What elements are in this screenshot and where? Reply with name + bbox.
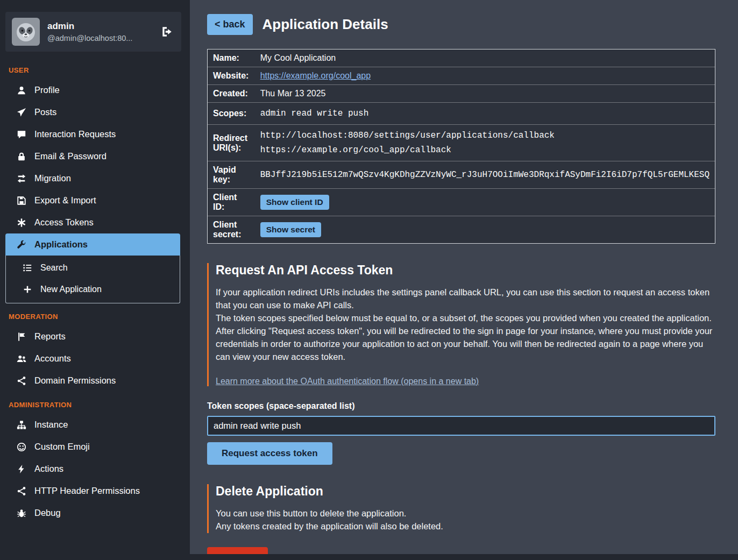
token-scopes-label: Token scopes (space-separated list) (207, 401, 715, 411)
delete-button[interactable]: Delete (207, 547, 268, 554)
sidebar-item-access-tokens[interactable]: Access Tokens (5, 211, 180, 233)
sidebar-item-label: Interaction Requests (34, 129, 116, 139)
sidebar-item-label: Domain Permissions (34, 375, 116, 386)
delete-application-section: Delete Application You can use this butt… (207, 484, 715, 533)
oauth-docs-link[interactable]: Learn more about the OAuth authenticatio… (216, 377, 479, 386)
sidebar-item-applications[interactable]: Applications (5, 233, 180, 256)
page-title: Application Details (262, 16, 388, 33)
sidebar-item-label: Search (40, 263, 68, 273)
sidebar-item-search[interactable]: Search (6, 257, 180, 279)
request-token-paragraph: The token scopes specified below must be… (216, 312, 715, 325)
smiley-icon (16, 442, 27, 452)
sidebar-item-label: Actions (34, 464, 63, 474)
row-label: Redirect URI(s): (208, 124, 255, 161)
sidebar-item-new-application[interactable]: New Application (6, 279, 180, 300)
sidebar-item-domain-permissions[interactable]: Domain Permissions (5, 370, 180, 392)
row-label: Client secret: (208, 216, 255, 243)
sidebar-item-interaction-requests[interactable]: Interaction Requests (5, 123, 180, 145)
sidebar: admin @admin@localhost:80... USERProfile… (0, 0, 186, 560)
sidebar-item-label: HTTP Header Permissions (34, 486, 140, 496)
scopes-value: admin read write push (255, 102, 715, 124)
sidebar-item-debug[interactable]: Debug (5, 502, 180, 524)
table-row-website: Website: https://example.org/cool_app (208, 67, 715, 84)
sidebar-item-label: New Application (40, 285, 102, 294)
row-label: Scopes: (208, 102, 255, 124)
vapid-key-value: BBJffJ219b5iE512m7wQSzv4KgKDhgZZVzNyWC_r… (255, 161, 715, 188)
redirect-uri-2: https://example.org/cool_app/callback (260, 143, 709, 157)
show-client-id-button[interactable]: Show client ID (260, 195, 329, 210)
sidebar-item-label: Debug (34, 508, 61, 518)
sidebar-nav: USERProfilePostsInteraction RequestsEmai… (0, 55, 186, 529)
bolt-icon (16, 464, 27, 474)
user-handle: @admin@localhost:80... (47, 34, 151, 42)
redirect-uri-1: http://localhost:8080/settings/user/appl… (260, 129, 709, 143)
sidebar-item-email-password[interactable]: Email & Password (5, 145, 180, 167)
asterisk-icon (16, 218, 27, 228)
sidebar-group-applications: ApplicationsSearchNew Application (5, 233, 180, 303)
nav-section-header: ADMINISTRATION (5, 392, 180, 414)
flag-icon (16, 332, 27, 342)
row-label: Website: (208, 67, 255, 84)
tools-icon (16, 240, 27, 250)
main-content: < back Application Details Name: My Cool… (190, 0, 738, 554)
request-token-section: Request An API Access Token If your appl… (207, 263, 715, 386)
request-button-row: Request access token (207, 436, 715, 465)
page-header: < back Application Details (207, 14, 715, 35)
table-row-redirect-uris: Redirect URI(s): http://localhost:8080/s… (208, 124, 715, 161)
row-label: Name: (208, 49, 255, 67)
user-card[interactable]: admin @admin@localhost:80... (5, 12, 181, 52)
floppy-disk-icon (16, 196, 27, 205)
sidebar-item-label: Posts (34, 107, 56, 117)
plus-icon (22, 285, 33, 294)
transfer-arrows-icon (16, 174, 27, 183)
request-token-paragraph: If your application redirect URIs includ… (216, 286, 715, 312)
user-card-text: admin @admin@localhost:80... (47, 21, 151, 42)
sidebar-item-migration[interactable]: Migration (5, 167, 180, 189)
sitemap-icon (16, 420, 27, 430)
row-label: Vapid key: (208, 161, 255, 188)
table-row-vapid-key: Vapid key: BBJffJ219b5iE512m7wQSzv4KgKDh… (208, 161, 715, 188)
user-icon (16, 86, 27, 95)
nav-section-header: USER (5, 57, 180, 79)
paper-plane-icon (16, 108, 27, 117)
sidebar-item-actions[interactable]: Actions (5, 458, 180, 480)
sidebar-item-label: Instance (34, 420, 68, 430)
application-name-value: My Cool Application (255, 49, 715, 67)
sidebar-item-label: Profile (34, 85, 60, 95)
delete-application-text: Any tokens created by the application wi… (216, 520, 715, 533)
sidebar-item-instance[interactable]: Instance (5, 414, 180, 436)
sidebar-item-label: Reports (34, 331, 66, 342)
sidebar-item-http-header-permissions[interactable]: HTTP Header Permissions (5, 480, 180, 502)
table-row-client-secret: Client secret: Show secret (208, 216, 715, 243)
token-scopes-input[interactable] (207, 416, 715, 436)
table-row-scopes: Scopes: admin read write push (208, 102, 715, 124)
sidebar-item-posts[interactable]: Posts (5, 101, 180, 123)
sidebar-item-custom-emoji[interactable]: Custom Emoji (5, 436, 180, 458)
sidebar-item-label: Accounts (34, 353, 71, 364)
logout-icon[interactable] (159, 25, 175, 39)
table-row-client-id: Client ID: Show client ID (208, 188, 715, 216)
request-token-heading: Request An API Access Token (216, 263, 715, 278)
sidebar-item-label: Custom Emoji (34, 442, 90, 452)
back-button[interactable]: < back (207, 14, 253, 35)
share-nodes-icon (16, 376, 27, 386)
request-access-token-button[interactable]: Request access token (207, 442, 332, 465)
row-label: Client ID: (208, 188, 255, 216)
sidebar-item-label: Email & Password (34, 151, 107, 161)
sidebar-item-accounts[interactable]: Accounts (5, 348, 180, 370)
comment-icon (16, 130, 27, 139)
application-details-table: Name: My Cool Application Website: https… (207, 49, 715, 244)
sidebar-item-export-import[interactable]: Export & Import (5, 189, 180, 211)
sidebar-item-profile[interactable]: Profile (5, 79, 180, 101)
share-nodes-icon (16, 486, 27, 496)
request-token-paragraph: After clicking "Request access token", y… (216, 325, 715, 364)
sidebar-subnav: SearchNew Application (5, 256, 180, 303)
bug-icon (16, 508, 27, 518)
delete-application-heading: Delete Application (216, 484, 715, 499)
website-link[interactable]: https://example.org/cool_app (260, 71, 371, 80)
table-row-name: Name: My Cool Application (208, 49, 715, 67)
show-secret-button[interactable]: Show secret (260, 222, 321, 237)
username: admin (47, 21, 151, 32)
sidebar-item-reports[interactable]: Reports (5, 325, 180, 348)
sidebar-item-label: Migration (34, 173, 71, 183)
